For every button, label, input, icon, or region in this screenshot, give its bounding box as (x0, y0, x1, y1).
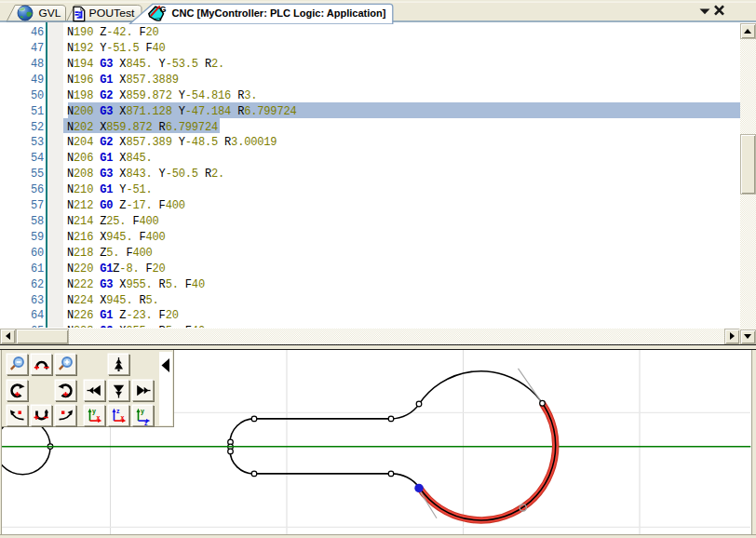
svg-text:x: x (97, 413, 101, 420)
svg-text:CNC [MyController: PLC Logic:: CNC [MyController: PLC Logic: Applicatio… (172, 7, 386, 19)
svg-text:z: z (116, 408, 120, 414)
svg-text:G: G (160, 5, 167, 14)
svg-text:POUTest: POUTest (89, 7, 135, 19)
svg-text:GVL: GVL (39, 7, 61, 19)
svg-text:y: y (92, 408, 96, 415)
svg-text:z: z (144, 420, 148, 425)
svg-text:x: x (121, 413, 125, 420)
svg-text:y: y (141, 408, 144, 415)
